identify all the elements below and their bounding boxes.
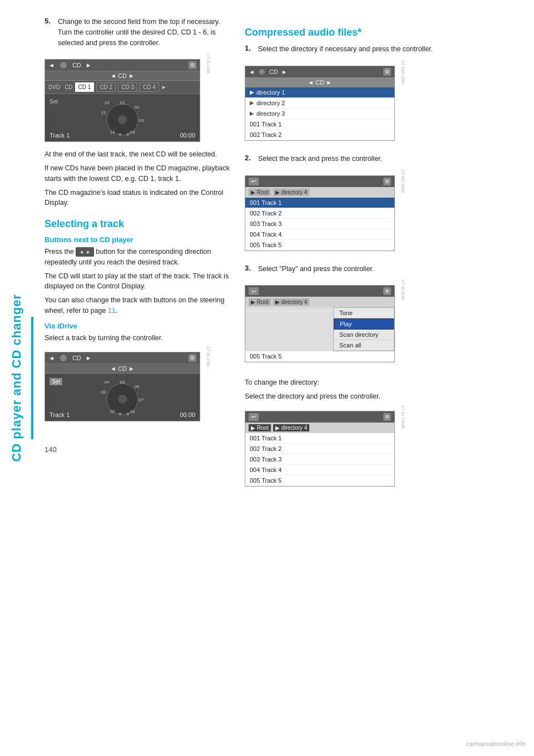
sub2-para: Select a track by turning the controller… [44, 333, 234, 343]
sidebar: CD player and CD changer [0, 0, 33, 756]
track-label-1: Track 1 [50, 132, 70, 139]
row-3-text: 001 Track 1 [250, 121, 281, 127]
dir4-nav-r4[interactable]: ▶ directory 4 [273, 424, 309, 431]
cd4-tab[interactable]: CD 4 [140, 82, 159, 92]
svg-text:14: 14 [110, 130, 115, 135]
cd1-tab[interactable]: CD 1 [75, 82, 95, 92]
time-label-1: 00:00 [180, 132, 195, 139]
r-screen-4-wrapper: ↩ ⚙ ▶ Root ▶ directory 4 001 Track 1 002… [245, 405, 395, 492]
r-screen-3-header: ↩ ⚙ [245, 286, 394, 297]
svg-text:03: 03 [101, 390, 106, 395]
step-r3-number: 3. [245, 264, 254, 274]
r-screen-3-code: CT 34 5245 [401, 279, 405, 368]
cd-row-r1: ◄ CD ► [308, 79, 332, 86]
cd-row-2: ◄ CD ► [45, 364, 200, 374]
r3-track-area [245, 307, 333, 351]
cd-screen-2: ◄ CD ► ⚙ ◄ CD ► Set [44, 352, 200, 421]
cd-ind-r1 [259, 69, 265, 75]
r4-row-4-text: 005 Track 5 [250, 477, 281, 484]
r4-list-row-0[interactable]: 001 Track 1 [245, 433, 394, 444]
r-list-row-4[interactable]: 002 Track 2 [245, 130, 394, 140]
screen1-code: CT 31 0245 [206, 53, 210, 148]
r2-list-row-1[interactable]: 002 Track 2 [245, 208, 394, 219]
r3-list-bottom: 005 Track 5 [245, 351, 394, 362]
settings-icon-2: ⚙ [189, 354, 196, 362]
r-screen-1-code: CT NAS 2064 [401, 60, 405, 146]
cd2-tab[interactable]: CD 2 [96, 82, 116, 92]
cd-row-1: ◄ CD ► [45, 71, 200, 81]
right-column: Compressed audio files* 1. Select the di… [245, 17, 456, 739]
cd-tab-label: CD [65, 84, 72, 90]
r2-list-row-0[interactable]: 001 Track 1 [245, 198, 394, 208]
cd3-tab[interactable]: CD 3 [118, 82, 137, 92]
settings-r2: ⚙ [383, 178, 391, 185]
step-r1-text: Select the directory if necessary and pr… [258, 44, 433, 55]
svg-text:03: 03 [139, 118, 144, 123]
r3-tone-area [245, 307, 333, 311]
back-btn-r2[interactable]: ↩ [249, 178, 259, 185]
menu-tone[interactable]: Tone [334, 308, 394, 318]
root-nav-r2[interactable]: ▶ Root [249, 189, 271, 196]
svg-point-1 [118, 115, 127, 124]
sub1-para2: The CD will start to play at the start o… [44, 271, 234, 292]
r4-list-row-1[interactable]: 002 Track 2 [245, 444, 394, 454]
page-link-11[interactable]: 11 [108, 307, 116, 315]
page-container: CD player and CD changer 5. Change to th… [0, 0, 534, 756]
r-screen-1-wrapper: ◄ CD ► ⚙ ◄ CD ► ▶ directory 1 [245, 60, 395, 146]
r4-list-row-3[interactable]: 004 Track 4 [245, 465, 394, 475]
dvd-label: DVD [48, 84, 60, 90]
sidebar-title: CD player and CD changer [9, 294, 24, 462]
svg-point-12 [118, 395, 127, 404]
section-selecting-track: Selecting a track [44, 218, 234, 230]
back-btn-r3[interactable]: ↩ [249, 287, 259, 295]
r-screen-2-nav: ▶ Root ▶ directory 4 [245, 187, 394, 198]
back-btn-r4[interactable]: ↩ [249, 413, 259, 421]
step-5: 5. Change to the second field from the t… [44, 17, 234, 48]
r-screen-2-wrapper: ↩ ⚙ ▶ Root ▶ directory 4 001 Track 1 002… [245, 170, 395, 257]
r-list-row-2[interactable]: ▶ directory 3 [245, 109, 394, 119]
step-r2-text: Select the track and press the controlle… [258, 154, 382, 164]
menu-scan-dir[interactable]: Scan directory [334, 330, 394, 340]
root-nav-r4[interactable]: ▶ Root [249, 424, 271, 431]
main-content: 5. Change to the second field from the t… [33, 0, 534, 756]
cd-indicator-icon-2 [60, 355, 67, 361]
svg-text:01: 01 [120, 100, 125, 105]
r4-list-row-4[interactable]: 005 Track 5 [245, 475, 394, 486]
context-menu: Tone Play Scan directory Scan all [333, 307, 394, 351]
step-r1: 1. Select the directory if necessary and… [245, 44, 456, 55]
svg-text:04: 04 [105, 380, 110, 385]
cd-text-r1: CD [269, 68, 278, 75]
r4-list-row-2[interactable]: 003 Track 3 [245, 454, 394, 465]
cd-row-text: ◄ CD ► [110, 72, 135, 79]
prev-next-btn[interactable]: ◄ ► [76, 247, 94, 257]
dir4-nav-r3[interactable]: ▶ directory 4 [273, 298, 309, 306]
r2-list-row-3[interactable]: 004 Track 4 [245, 229, 394, 240]
cd-screen-2-body: Set 05 06 07 08 04 03 [45, 374, 200, 421]
section-compressed-audio: Compressed audio files* [245, 27, 456, 38]
r-screen-4-code: CT 14 C9128 [401, 405, 405, 492]
svg-text:07: 07 [139, 397, 144, 402]
r4-row-1-text: 002 Track 2 [250, 445, 281, 452]
sidebar-bar [31, 317, 33, 439]
left-column: 5. Change to the second field from the t… [44, 17, 234, 739]
r4-row-0-text: 001 Track 1 [250, 435, 281, 441]
r3-bottom-text: 005 Track 5 [250, 353, 281, 360]
r-list-row-0[interactable]: ▶ directory 1 [245, 87, 394, 98]
cd-screen-2-wrapper: ◄ CD ► ⚙ ◄ CD ► Set [44, 346, 200, 427]
menu-play[interactable]: Play [334, 318, 394, 330]
svg-text:02: 02 [135, 105, 140, 110]
r-list-row-3[interactable]: 001 Track 1 [245, 119, 394, 130]
disc-tabs: DVD CD CD 1 CD 2 CD 3 CD 4 ► [45, 81, 200, 94]
r-list-row-1[interactable]: ▶ directory 2 [245, 98, 394, 109]
arrow-right-r1: ► [281, 68, 288, 75]
settings-r3: ⚙ [383, 287, 391, 295]
r2-list-row-4[interactable]: 005 Track 5 [245, 240, 394, 251]
menu-scan-all[interactable]: Scan all [334, 340, 394, 351]
svg-text:06: 06 [135, 384, 140, 389]
root-nav-r3[interactable]: ▶ Root [249, 298, 271, 306]
cd-screen-1-body: Set 01 02 03 04 16 [45, 94, 200, 141]
dir4-nav-r2[interactable]: ▶ directory 4 [273, 189, 309, 196]
step-5-number: 5. [44, 17, 53, 48]
r2-list-row-2[interactable]: 003 Track 3 [245, 219, 394, 229]
svg-text:08: 08 [130, 409, 135, 414]
